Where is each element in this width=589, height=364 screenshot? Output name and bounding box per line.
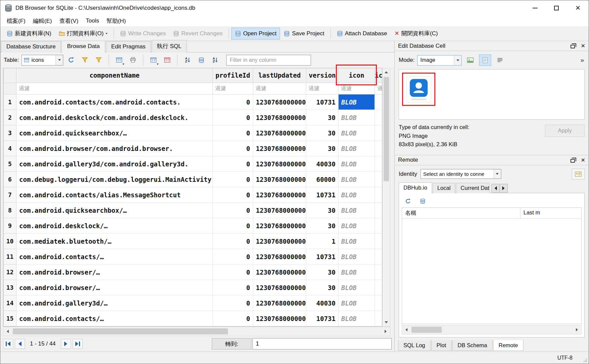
cell-overflow[interactable] [375, 187, 382, 203]
cell-icon[interactable]: BLOB [339, 265, 375, 280]
cell-version[interactable]: 1 [306, 234, 339, 249]
goto-input[interactable] [252, 338, 392, 350]
cell-icon[interactable]: BLOB [339, 295, 375, 311]
cell-lastupdated[interactable]: 1230768000000 [253, 265, 306, 280]
filter-input-version[interactable]: 過濾 [306, 83, 339, 94]
cell-componentname[interactable]: com.android.contacts/… [16, 249, 213, 265]
cell-icon[interactable]: BLOB [339, 187, 375, 203]
close-panel-icon[interactable]: ✕ [581, 157, 585, 163]
cell-version[interactable]: 30 [306, 280, 339, 295]
tab-browse-data[interactable]: Browse Data [62, 41, 105, 53]
cell-lastupdated[interactable]: 1230768000000 [253, 203, 306, 218]
cell-lastupdated[interactable]: 1230768000000 [253, 249, 306, 265]
tab-scroll-left-button[interactable] [492, 184, 500, 193]
cell-profileid[interactable]: 0 [213, 218, 253, 234]
menu-edit[interactable]: 編輯(E) [29, 16, 56, 26]
tab-local[interactable]: Local [433, 183, 455, 193]
filter-input-componentname[interactable]: 過濾 [16, 83, 213, 94]
corner-header[interactable] [4, 68, 16, 83]
insert-record-button[interactable] [147, 54, 159, 66]
cell-profileid[interactable]: 0 [213, 265, 253, 280]
cell-profileid[interactable]: 0 [213, 156, 253, 172]
cell-overflow[interactable] [375, 218, 382, 234]
cell-icon[interactable]: BLOB [339, 203, 375, 218]
sort-asc-button[interactable] [182, 54, 194, 66]
row-number[interactable]: 3 [4, 125, 16, 141]
cell-lastupdated[interactable]: 1230768000000 [253, 110, 306, 125]
column-header-lastupdated[interactable]: lastUpdated [253, 68, 306, 83]
cell-overflow[interactable] [375, 203, 382, 218]
cell-overflow[interactable] [375, 156, 382, 172]
revert-changes-button[interactable]: Revert Changes [169, 28, 226, 40]
global-filter-input[interactable] [226, 55, 311, 66]
mode-select[interactable]: Image [417, 55, 462, 66]
cell-profileid[interactable]: 0 [213, 203, 253, 218]
cell-version[interactable]: 30 [306, 125, 339, 141]
cell-overflow[interactable] [375, 141, 382, 156]
tab-plot[interactable]: Plot [431, 340, 451, 351]
cell-icon[interactable]: BLOB [339, 172, 375, 187]
cell-version[interactable]: 10731 [306, 249, 339, 265]
cell-version[interactable]: 40030 [306, 295, 339, 311]
cell-componentname[interactable]: com.android.gallery3d/… [16, 295, 213, 311]
cell-overflow[interactable] [375, 94, 382, 110]
cell-profileid[interactable]: 0 [213, 172, 253, 187]
cell-profileid[interactable]: 0 [213, 249, 253, 265]
cell-icon[interactable]: BLOB [339, 311, 375, 326]
column-header-componentname[interactable]: componentName [16, 68, 213, 83]
column-header-last-modified[interactable]: Last m [520, 208, 581, 218]
next-record-button[interactable] [61, 339, 71, 349]
cell-lastupdated[interactable]: 1230768000000 [253, 234, 306, 249]
cell-profileid[interactable]: 0 [213, 234, 253, 249]
cell-profileid[interactable]: 0 [213, 187, 253, 203]
cell-componentname[interactable]: com.android.browser/… [16, 280, 213, 295]
remote-clone-database-button[interactable] [417, 196, 429, 207]
scrollbar-track[interactable] [12, 327, 381, 336]
cell-overflow[interactable] [375, 280, 382, 295]
goto-button[interactable]: 轉到: [212, 338, 251, 350]
row-number[interactable]: 11 [4, 249, 16, 265]
cell-lastupdated[interactable]: 1230768000000 [253, 187, 306, 203]
cell-componentname[interactable]: com.mediatek.bluetooth/… [16, 234, 213, 249]
cell-profileid[interactable]: 0 [213, 94, 253, 110]
overflow-chevron-icon[interactable]: » [580, 56, 585, 64]
float-panel-icon[interactable] [571, 45, 575, 48]
filter-input-lastupdated[interactable]: 過濾 [253, 83, 306, 94]
tab-edit-pragmas[interactable]: Edit Pragmas [106, 41, 151, 52]
cell-version[interactable]: 40030 [306, 156, 339, 172]
filter-button[interactable] [92, 54, 105, 66]
cell-componentname[interactable]: com.android.deskclock/com.android.deskcl… [16, 110, 213, 125]
float-panel-icon[interactable] [571, 159, 575, 163]
cell-icon[interactable]: BLOB [339, 141, 375, 156]
prev-record-button[interactable] [15, 339, 25, 349]
cell-lastupdated[interactable]: 1230768000000 [253, 141, 306, 156]
scrollbar-track[interactable] [411, 325, 573, 334]
menu-help[interactable]: 幫助(H) [103, 16, 130, 26]
cell-lastupdated[interactable]: 1230768000000 [253, 295, 306, 311]
vertical-scrollbar[interactable] [382, 68, 390, 327]
import-image-button[interactable] [464, 54, 476, 66]
vertical-scrollbar-thumb[interactable] [384, 77, 389, 181]
cell-profileid[interactable]: 0 [213, 311, 253, 326]
cell-componentname[interactable]: com.debug.loggerui/com.debug.loggerui.Ma… [16, 172, 213, 187]
cell-profileid[interactable]: 0 [213, 125, 253, 141]
row-number[interactable]: 7 [4, 187, 16, 203]
cell-componentname[interactable]: com.android.deskclock/… [16, 218, 213, 234]
horizontal-scrollbar[interactable] [3, 327, 390, 336]
row-number[interactable]: 2 [4, 110, 16, 125]
cell-icon[interactable]: BLOB [339, 218, 375, 234]
refresh-button[interactable] [65, 54, 77, 66]
row-number[interactable]: 8 [4, 203, 16, 218]
tab-current-database[interactable]: Current Dat [456, 183, 489, 193]
scroll-right-button[interactable] [381, 327, 390, 336]
cell-overflow[interactable] [375, 125, 382, 141]
cell-componentname[interactable]: com.android.browser/com.android.browser. [16, 141, 213, 156]
scroll-left-button[interactable] [402, 325, 411, 334]
column-header-profileid[interactable]: profileId [213, 68, 253, 83]
last-record-button[interactable] [73, 339, 83, 349]
close-button[interactable]: ✕ [567, 0, 589, 15]
row-number[interactable]: 15 [4, 311, 16, 326]
row-number[interactable]: 13 [4, 280, 16, 295]
tab-execute-sql[interactable]: 執行 SQL [152, 40, 187, 52]
cell-version[interactable]: 10731 [306, 187, 339, 203]
